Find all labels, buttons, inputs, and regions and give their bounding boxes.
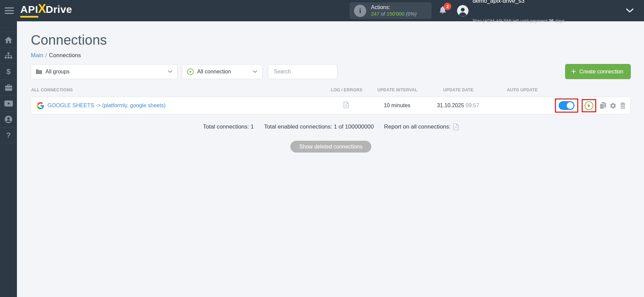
- notifications-bell[interactable]: 2: [438, 5, 452, 17]
- create-connection-label: Create connection: [579, 69, 623, 75]
- breadcrumb-main-link[interactable]: Main: [31, 52, 43, 59]
- col-update-interval: UPDATE INTERVAL: [369, 88, 426, 92]
- report-document-icon[interactable]: [453, 123, 459, 130]
- summary-bar: Total connections: 1 Total enabled conne…: [31, 123, 631, 130]
- auto-update-toggle[interactable]: [559, 101, 575, 110]
- copy-connection-button[interactable]: [600, 102, 606, 109]
- toggle-knob: [567, 102, 574, 109]
- sidebar-item-account[interactable]: [0, 111, 17, 127]
- help-icon: ?: [6, 132, 11, 139]
- show-deleted-connections-button[interactable]: Show deleted connections: [290, 141, 371, 153]
- log-document-icon[interactable]: [344, 101, 349, 108]
- main-content: Connections Main/Connections All groups …: [17, 21, 644, 297]
- connection-filter-select[interactable]: All connection: [182, 64, 263, 79]
- info-icon: i: [354, 5, 366, 17]
- table-header-row: ALL CONNECTIONS LOG / ERRORS UPDATE INTE…: [31, 87, 631, 93]
- sidebar-item-connections[interactable]: [0, 48, 17, 64]
- update-date-value: 31.10.2025 09:57: [426, 102, 490, 109]
- dollar-icon: $: [6, 68, 11, 75]
- connection-row: GOOGLE SHEETS -> (platformly, google she…: [31, 97, 631, 114]
- google-icon: [37, 102, 44, 109]
- play-circle-icon: [584, 101, 594, 110]
- col-auto-update: AUTO UPDATE: [491, 88, 631, 92]
- account-icon: [4, 115, 13, 123]
- sidebar-item-billing[interactable]: $: [0, 64, 17, 79]
- actions-counter[interactable]: i Actions: 247 of 150'000 (0%): [350, 2, 432, 19]
- groups-filter-select[interactable]: All groups: [31, 64, 178, 79]
- logo-x-text: X: [38, 4, 46, 14]
- sidebar-item-home[interactable]: [0, 32, 17, 48]
- breadcrumb-separator: /: [45, 52, 47, 59]
- play-circle-icon: [187, 68, 194, 75]
- run-connection-button[interactable]: [584, 101, 594, 110]
- sidebar: $ ?: [0, 21, 17, 297]
- toggle-highlight-box: [555, 98, 578, 113]
- top-header: APIXDrive i Actions: 247 of 150'000 (0%)…: [0, 0, 644, 21]
- notification-badge: 2: [444, 3, 451, 10]
- user-name: demo_apix-drive_s3: [473, 0, 565, 5]
- chevron-down-icon[interactable]: [626, 8, 633, 14]
- logo-drive-text: Drive: [46, 4, 72, 15]
- gear-icon: [609, 102, 617, 109]
- sidebar-item-videos[interactable]: [0, 95, 17, 111]
- groups-filter-value: All groups: [45, 69, 168, 75]
- col-update-date: UPDATE DATE: [426, 88, 491, 92]
- connection-filter-value: All connection: [197, 69, 253, 75]
- play-highlight-box: [582, 99, 596, 112]
- trash-icon: [620, 102, 626, 109]
- update-interval-value: 10 minutes: [368, 102, 426, 109]
- folder-icon: [36, 69, 42, 74]
- settings-connection-button[interactable]: [609, 102, 617, 109]
- filters-bar: All groups All connection + Create conne…: [31, 64, 631, 79]
- home-icon: [5, 37, 12, 43]
- user-menu[interactable]: demo_apix-drive_s3 Plan |ADM-AP-SM| left…: [457, 0, 565, 21]
- breadcrumb-current: Connections: [49, 52, 81, 59]
- search-input[interactable]: [268, 64, 337, 79]
- youtube-icon: [4, 100, 13, 107]
- total-enabled-connections: Total enabled connections: 1 of 10000000…: [264, 123, 374, 130]
- user-avatar: [457, 5, 469, 17]
- copy-icon: [600, 102, 606, 109]
- create-connection-button[interactable]: + Create connection: [565, 64, 631, 79]
- logo-api-text: API: [20, 4, 38, 18]
- avatar-person-icon: [457, 5, 469, 17]
- chevron-down-icon: [168, 70, 172, 73]
- sitemap-icon: [5, 52, 12, 59]
- breadcrumb: Main/Connections: [31, 52, 631, 59]
- actions-usage: 247 of 150'000 (0%): [371, 11, 417, 17]
- connection-name-link[interactable]: GOOGLE SHEETS -> (platformly, google she…: [47, 102, 166, 109]
- menu-hamburger-icon[interactable]: [5, 6, 18, 16]
- user-plan-info: Plan |ADM-AP-SM| left until payment 26 d…: [473, 18, 565, 24]
- briefcase-icon: [5, 84, 12, 91]
- chevron-down-icon: [253, 70, 257, 73]
- report-all-connections: Report on all connections:: [384, 123, 459, 130]
- sidebar-item-help[interactable]: ?: [0, 127, 17, 143]
- col-all-connections: ALL CONNECTIONS: [31, 88, 325, 92]
- total-connections: Total connections: 1: [203, 123, 254, 130]
- apixdrive-logo[interactable]: APIXDrive: [20, 4, 72, 18]
- actions-label: Actions:: [371, 4, 417, 11]
- col-log-errors: LOG / ERRORS: [325, 88, 369, 92]
- sidebar-item-services[interactable]: [0, 79, 17, 95]
- plus-icon: +: [571, 67, 576, 76]
- delete-connection-button[interactable]: [620, 102, 626, 109]
